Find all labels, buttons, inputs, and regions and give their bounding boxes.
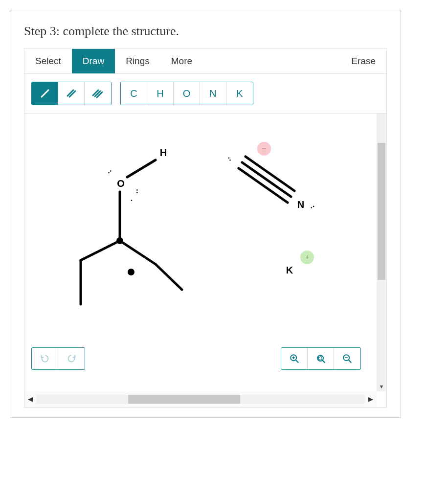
mode-tabs: Select Draw Rings More Erase [24,49,386,74]
horizontal-scroll-track[interactable] [36,395,365,404]
atom-o[interactable]: O [117,178,125,189]
element-k-button[interactable]: K [226,82,253,105]
lone-pair: : [136,186,138,195]
charge-minus[interactable]: − [257,142,271,156]
zoom-in-button[interactable] [281,348,308,369]
atom-n[interactable]: N [297,199,304,210]
undo-button[interactable] [32,348,58,369]
scroll-down-arrow[interactable]: ▼ [377,384,386,389]
svg-line-27 [322,361,325,363]
step-instruction: Step 3: complete the structure. [24,24,387,39]
zoom-in-icon [289,353,300,364]
tab-select[interactable]: Select [24,49,72,73]
svg-line-10 [156,264,182,290]
horizontal-scroll-thumb[interactable] [128,395,240,404]
bond-group [31,82,112,105]
bond-lines [24,114,377,387]
svg-line-23 [295,360,298,363]
editor-panel: Step 3: complete the structure. Select D… [10,10,401,418]
double-bond-icon [66,88,77,99]
zoom-group [281,347,361,370]
charge-plus[interactable]: + [300,250,314,264]
vertical-scrollbar[interactable]: ▼ [377,114,386,391]
tab-more[interactable]: More [160,49,203,73]
toolbar: C H O N K [24,74,386,114]
svg-line-29 [349,360,352,363]
structure-editor: Select Draw Rings More Erase [24,48,387,408]
bond-triple-button[interactable] [85,82,111,105]
canvas-wrap: : : . : : H O N K − + [24,114,386,407]
redo-icon [66,353,77,364]
element-n-button[interactable]: N [200,82,226,105]
redo-button[interactable] [58,348,85,369]
svg-line-6 [127,160,156,177]
bond-single-button[interactable] [32,82,58,105]
triple-bond-icon [91,88,104,99]
element-h-button[interactable]: H [147,82,174,105]
svg-line-18 [246,157,294,191]
svg-line-11 [81,241,120,260]
element-group: C H O N K [120,82,253,105]
single-bond-icon [39,88,51,99]
svg-line-19 [239,168,288,203]
undo-icon [40,353,50,364]
tab-erase[interactable]: Erase [340,49,386,73]
svg-line-9 [120,241,156,264]
vertical-scroll-thumb[interactable] [378,143,385,280]
history-group [31,347,85,370]
drawing-canvas[interactable]: : : . : : H O N K − + [24,114,377,391]
scroll-right-arrow[interactable]: ▶ [365,395,377,403]
atom-h[interactable]: H [160,147,167,159]
element-c-button[interactable]: C [121,82,147,105]
tab-draw[interactable]: Draw [72,49,115,73]
horizontal-scrollbar[interactable]: ◀ ▶ [24,391,377,407]
atom-k[interactable]: K [286,265,293,276]
bond-double-button[interactable] [58,82,85,105]
svg-line-17 [242,162,291,197]
scroll-left-arrow[interactable]: ◀ [24,395,36,403]
zoom-reset-button[interactable] [308,348,334,369]
svg-line-0 [42,90,48,97]
zoom-out-button[interactable] [334,348,360,369]
zoom-reset-icon [315,353,326,364]
element-o-button[interactable]: O [174,82,200,105]
tab-rings[interactable]: Rings [115,49,160,73]
zoom-out-icon [342,353,353,364]
